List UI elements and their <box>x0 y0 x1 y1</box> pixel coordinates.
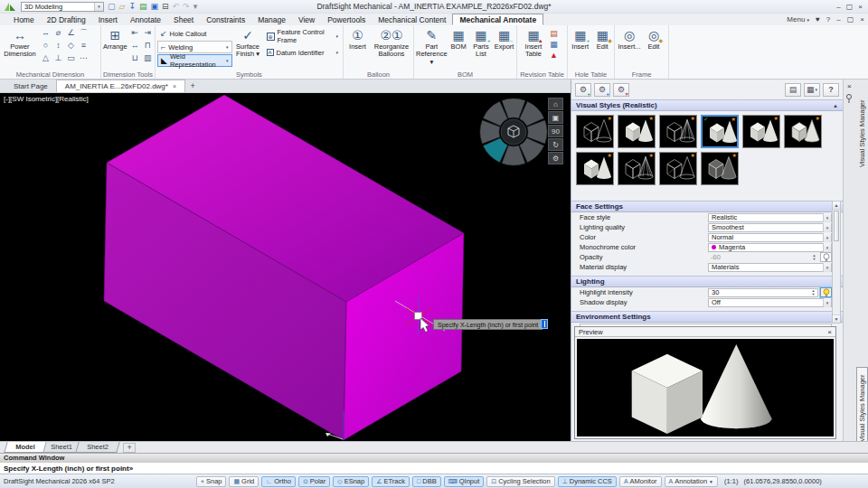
chevron-down-icon[interactable]: ▾ <box>335 33 338 39</box>
visual-style-thumbnail-10-xray[interactable]: ★ <box>701 152 739 185</box>
mechanical-dimension-tool-icon[interactable]: ↔ <box>40 27 52 39</box>
visual-style-thumbnail-4-solid[interactable]: ★✓ <box>701 115 739 148</box>
revision-tool-icon[interactable]: ▲ <box>550 51 558 61</box>
chevron-down-icon[interactable]: ▾ <box>823 233 831 242</box>
scroll-down-icon[interactable]: ▼ <box>833 314 840 323</box>
viewport-corner-label[interactable]: [-][SW Isometric][Realistic] <box>4 95 89 103</box>
collapse-icon[interactable]: ▲ <box>833 103 838 108</box>
minimize-button[interactable]: – <box>836 3 840 11</box>
datum-identifier-button[interactable]: ADatum Identifier▾ <box>264 46 342 59</box>
bom-part-reference-button[interactable]: ✎Part Reference ▾ <box>416 27 448 66</box>
mechanical-dimension-tool-icon[interactable]: △ <box>40 52 52 64</box>
dimension-tools-tool-icon[interactable]: ⊓ <box>142 40 154 52</box>
status-toggle-ortho[interactable]: ∟Ortho <box>261 476 296 487</box>
help-button[interactable]: ? <box>826 15 830 23</box>
tab-drawing[interactable]: AM_INERTIA E...26xFD02.dwg* × <box>56 80 185 92</box>
close-button[interactable]: × <box>858 3 863 11</box>
highlight-intensity-lightbulb-button[interactable] <box>820 287 832 297</box>
ribbon-tab-sheet[interactable]: Sheet <box>167 14 200 25</box>
close-panel-button[interactable]: × <box>847 82 852 90</box>
preview-toggle-button[interactable]: ▤ <box>785 83 801 97</box>
close-doc-button[interactable]: × <box>860 15 864 23</box>
redo-icon[interactable]: ↷ <box>183 2 190 12</box>
color-select[interactable]: Normal▾ <box>708 233 832 242</box>
visual-style-thumbnail-7-solid[interactable]: ★ <box>576 152 614 185</box>
hole-table-insert-button[interactable]: ▦+Insert <box>570 27 590 51</box>
sheet-tab-model[interactable]: Model <box>4 442 46 453</box>
frame-insert-button[interactable]: ◎Insert... <box>617 27 642 51</box>
balloon-insert-button[interactable]: ①Insert <box>345 27 370 51</box>
status-toggle-qinput[interactable]: ⌨QInput <box>444 476 485 487</box>
close-tab-icon[interactable]: × <box>173 83 176 89</box>
import-icon[interactable]: ↧ <box>128 2 136 12</box>
save-icon[interactable]: ▣ <box>151 2 159 12</box>
ribbon-tab-mechanical-content[interactable]: Mechanical Content <box>372 14 452 25</box>
view-settings-gear-button[interactable]: ⚙ <box>548 152 563 164</box>
chevron-down-icon[interactable]: ▾ <box>226 44 229 50</box>
highlight-intensity-spinner[interactable]: 30▲▼ <box>708 288 818 297</box>
ribbon-tab-2d-drafting[interactable]: 2D Drafting <box>41 14 92 25</box>
symbols-surface-finish-button[interactable]: ✓Surface Finish ▾ <box>234 27 262 59</box>
attach-icon[interactable]: ▤ <box>139 2 147 12</box>
navigation-wheel[interactable] <box>470 96 561 170</box>
mechanical-dimension-tool-icon[interactable]: ↕ <box>52 40 64 52</box>
close-preview-icon[interactable]: × <box>827 328 832 336</box>
section-lighting[interactable]: Lighting▲ <box>571 276 843 287</box>
ribbon-tab-constraints[interactable]: Constraints <box>200 14 251 25</box>
hole-table-edit-button[interactable]: ▦◆Edit <box>592 27 612 51</box>
chevron-down-icon[interactable]: ▾ <box>335 50 338 55</box>
status-toggle-grid[interactable]: ▦Grid <box>229 476 259 487</box>
dimension-tools-tool-icon[interactable]: ↔ <box>129 40 141 52</box>
dimension-tools-tool-icon[interactable]: ⇥ <box>142 27 154 39</box>
visual-style-thumbnail-6-solid-edges[interactable]: ★ <box>784 115 822 148</box>
section-environment-settings[interactable]: Environment Settings▲ <box>571 311 843 323</box>
ribbon-tab-home[interactable]: Home <box>7 14 41 25</box>
monochrome-color-select[interactable]: Magenta▾ <box>708 243 832 252</box>
scroll-up-icon[interactable]: ▲ <box>833 202 840 210</box>
new-tab-button[interactable]: + <box>185 80 200 92</box>
mechanical-dimension-tool-icon[interactable]: ⊥ <box>52 52 64 64</box>
mechanical-dimension-tool-icon[interactable]: ◇ <box>65 40 77 52</box>
dynamic-input-field[interactable] <box>541 319 548 329</box>
status-toggle-dynamic-ccs[interactable]: ⊥Dynamic CCS <box>558 476 617 487</box>
panel-scrollbar[interactable]: ▲ ▼ <box>832 201 841 324</box>
status-toggle-cycling-selection[interactable]: ⊡Cycling Selection <box>486 476 554 487</box>
revision-tool-icon[interactable]: ▦ <box>550 40 558 50</box>
visual-style-thumbnail-2-solid[interactable]: ★ <box>618 115 656 148</box>
dimension-tools-tool-icon[interactable]: ⇤ <box>129 27 141 39</box>
ribbon-tab-mechanical-annotate[interactable]: Mechanical Annotate <box>452 14 543 25</box>
section-face-settings[interactable]: Face Settings▲ <box>571 201 843 212</box>
mechanical-dimension-tool-icon[interactable]: ○ <box>40 40 52 52</box>
add-sheet-button[interactable]: + <box>123 443 136 453</box>
dimension-tools-arrange-button[interactable]: ⊞Arrange <box>103 27 127 51</box>
chevron-down-icon[interactable]: ▼ <box>709 479 713 484</box>
revision-tool-icon[interactable]: ▤ <box>550 29 558 39</box>
ribbon-tab-annotate[interactable]: Annotate <box>124 14 167 25</box>
home-view-button[interactable]: ⌂ <box>548 98 563 110</box>
chevron-down-icon[interactable]: ▾ <box>94 3 103 11</box>
mechanical-dimension-tool-icon[interactable]: ≡ <box>78 40 90 52</box>
feature-control-frame-button[interactable]: ⊕Feature Control Frame▾ <box>264 30 342 42</box>
ribbon-tab-manage[interactable]: Manage <box>251 14 292 25</box>
bom-export-button[interactable]: ▦→Export <box>494 27 514 51</box>
spinner[interactable]: ▲▼ <box>809 289 817 296</box>
weld-representation-button[interactable]: ◣Weld Representation▾ <box>157 54 232 67</box>
status-toggle-amonitor[interactable]: AAMonitor <box>619 476 662 487</box>
sheet-tab-sheet2[interactable]: Sheet2 <box>76 442 120 453</box>
status-toggle-snap[interactable]: ⌖Snap <box>196 476 226 487</box>
material-display-select[interactable]: Materials▾ <box>708 263 832 272</box>
dimension-tools-tool-icon[interactable]: ⊔ <box>129 52 141 64</box>
spinner-down-icon[interactable]: ▼ <box>812 293 816 296</box>
chevron-down-icon[interactable]: ▾ <box>823 298 831 307</box>
mechanical-dimension-tool-icon[interactable]: ▭ <box>65 52 77 64</box>
open-file-icon[interactable]: ▱ <box>119 2 126 12</box>
chevron-down-icon[interactable]: ▾ <box>823 223 831 232</box>
hole-callout-button[interactable]: ↙Hole Callout <box>157 27 232 40</box>
mechanical-dimension-tool-icon[interactable]: ⌒ <box>78 27 90 39</box>
roll-view-button[interactable]: ↻ <box>548 138 563 151</box>
new-style-button[interactable]: ⚙+ <box>575 83 591 97</box>
shadow-display-select[interactable]: Off▾ <box>708 298 832 307</box>
mechanical-dimension-power-dimension-button[interactable]: ↔Power Dimension <box>2 27 38 59</box>
minimize-ribbon-button[interactable]: – <box>836 15 840 23</box>
status-toggle-etrack[interactable]: ∠ETrack <box>372 476 410 487</box>
